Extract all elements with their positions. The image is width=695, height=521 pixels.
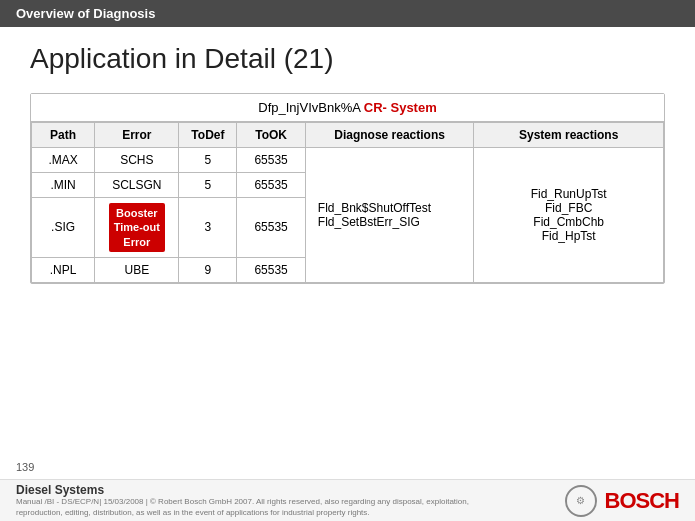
table-row: .MAX SCHS 5 65535 Fld_Bnk$ShutOffTestFld… [32,148,664,173]
data-table-wrapper: Dfp_InjVIvBnk%A CR- System Path Error To… [30,93,665,284]
bosch-logo: BOSCH [605,488,679,514]
cell-todef-2: 5 [179,173,237,198]
bosch-circle-icon: ⚙ [565,485,597,517]
table-title-red: CR- System [364,100,437,115]
cell-diag-multi: Fld_Bnk$ShutOffTestFld_SetBstErr_SIG [305,148,474,283]
error-badge-red: BoosterTime-outError [109,203,165,252]
cell-error-2: SCLSGN [95,173,179,198]
cell-took-2: 65535 [237,173,305,198]
page-number: 139 [16,461,34,473]
page-title: Application in Detail (21) [30,43,665,75]
col-header-sys: System reactions [474,123,664,148]
col-header-todef: ToDef [179,123,237,148]
cell-path-2: .MIN [32,173,95,198]
cell-error-4: UBE [95,257,179,282]
footer: Diesel Systems Manual /BI - DS/ECP/N| 15… [0,479,695,521]
cell-error-3-red: BoosterTime-outError [95,198,179,258]
footer-brand: Diesel Systems [16,483,496,497]
main-content: Application in Detail (21) Dfp_InjVIvBnk… [0,27,695,294]
col-header-took: ToOK [237,123,305,148]
cell-error-1: SCHS [95,148,179,173]
cell-path-4: .NPL [32,257,95,282]
footer-legal: Manual /BI - DS/ECP/N| 15/03/2008 | © Ro… [16,497,496,518]
cell-todef-1: 5 [179,148,237,173]
col-header-error: Error [95,123,179,148]
header-title: Overview of Diagnosis [16,6,155,21]
table-header-row: Path Error ToDef ToOK Diagnose reactions… [32,123,664,148]
col-header-path: Path [32,123,95,148]
footer-left: Diesel Systems Manual /BI - DS/ECP/N| 15… [16,483,496,518]
cell-todef-4: 9 [179,257,237,282]
cell-path-1: .MAX [32,148,95,173]
cell-todef-3: 3 [179,198,237,258]
cell-sys-multi: Fid_RunUpTstFid_FBCFid_CmbChbFid_HpTst [474,148,664,283]
cell-took-4: 65535 [237,257,305,282]
cell-took-3: 65535 [237,198,305,258]
diagnosis-table: Path Error ToDef ToOK Diagnose reactions… [31,122,664,283]
footer-right: ⚙ BOSCH [565,485,679,517]
table-title-row: Dfp_InjVIvBnk%A CR- System [31,94,664,122]
header-bar: Overview of Diagnosis [0,0,695,27]
table-title-normal: Dfp_InjVIvBnk%A [258,100,364,115]
col-header-diag: Diagnose reactions [305,123,474,148]
cell-path-3: .SIG [32,198,95,258]
cell-took-1: 65535 [237,148,305,173]
